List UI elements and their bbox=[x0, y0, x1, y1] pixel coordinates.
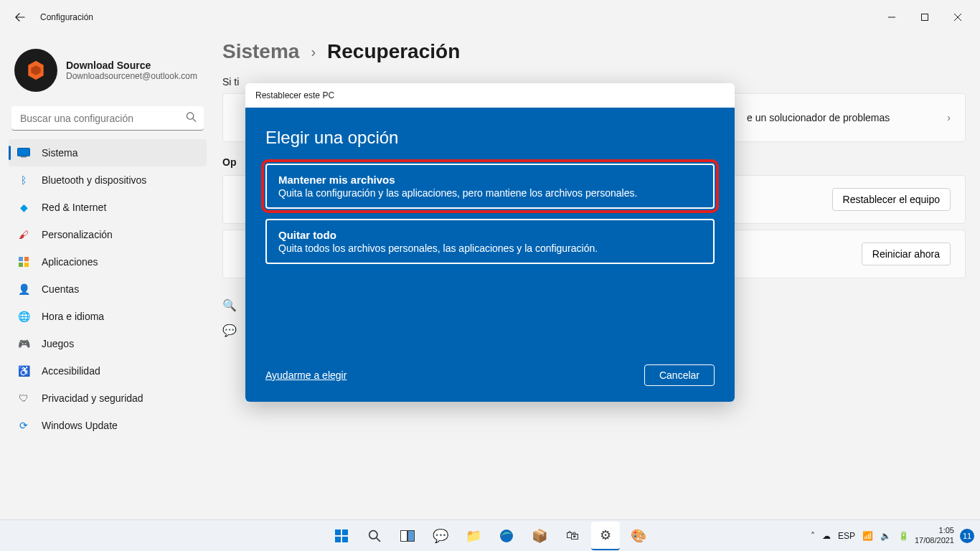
clock-date: 17/08/2021 bbox=[915, 536, 954, 545]
notification-badge[interactable]: 11 bbox=[960, 529, 974, 543]
wifi-icon[interactable]: 📶 bbox=[862, 531, 873, 541]
search-icon bbox=[186, 112, 197, 126]
windows-icon bbox=[334, 529, 349, 543]
option-keep-files[interactable]: Mantener mis archivos Quita la configura… bbox=[265, 164, 715, 209]
nav-label: Sistema bbox=[42, 147, 78, 159]
svg-rect-7 bbox=[21, 156, 27, 158]
svg-line-17 bbox=[377, 537, 380, 541]
nav-item-gaming[interactable]: 🎮Juegos bbox=[9, 330, 207, 357]
svg-rect-19 bbox=[408, 530, 415, 541]
svg-rect-1 bbox=[922, 14, 928, 21]
option-title: Mantener mis archivos bbox=[278, 174, 702, 186]
user-email: Downloadsourcenet@outlook.com bbox=[66, 71, 197, 81]
svg-rect-15 bbox=[342, 537, 348, 542]
titlebar: Configuración bbox=[0, 0, 980, 34]
svg-point-20 bbox=[500, 529, 513, 542]
explorer-button[interactable]: 📁 bbox=[459, 522, 488, 550]
svg-rect-6 bbox=[18, 149, 30, 156]
nav-label: Cuentas bbox=[42, 283, 79, 295]
user-block[interactable]: Download Source Downloadsourcenet@outloo… bbox=[9, 40, 207, 106]
nav-item-sistema[interactable]: Sistema bbox=[9, 139, 207, 166]
nav-label: Juegos bbox=[42, 338, 74, 349]
accessibility-icon: ♿ bbox=[17, 364, 30, 377]
breadcrumb-parent[interactable]: Sistema bbox=[222, 40, 299, 63]
close-icon bbox=[954, 14, 961, 21]
maximize-button[interactable] bbox=[908, 6, 941, 29]
language-indicator[interactable]: ESP bbox=[838, 531, 855, 541]
taskbar-right: ˄ ☁ ESP 📶 🔈 🔋 1:05 17/08/2021 11 bbox=[811, 526, 980, 545]
battery-icon[interactable]: 🔋 bbox=[898, 531, 909, 541]
back-button[interactable] bbox=[6, 3, 34, 32]
reset-dialog: Restablecer este PC Elegir una opción Ma… bbox=[245, 83, 735, 402]
person-icon: 👤 bbox=[17, 283, 30, 296]
svg-rect-9 bbox=[24, 257, 29, 261]
svg-rect-18 bbox=[401, 530, 407, 541]
nav-item-network[interactable]: ◆Red & Internet bbox=[9, 194, 207, 221]
nav-item-accessibility[interactable]: ♿Accesibilidad bbox=[9, 357, 207, 385]
user-name: Download Source bbox=[66, 60, 197, 71]
nav-label: Accesibilidad bbox=[42, 365, 100, 377]
search-input[interactable] bbox=[11, 106, 204, 131]
minimize-button[interactable] bbox=[875, 6, 908, 29]
start-button[interactable] bbox=[327, 522, 356, 550]
paint-button[interactable]: 🎨 bbox=[624, 522, 653, 550]
svg-line-5 bbox=[193, 118, 196, 121]
onedrive-icon[interactable]: ☁ bbox=[822, 531, 831, 541]
task-view-icon bbox=[400, 530, 415, 542]
dialog-footer: Ayudarme a elegir Cancelar bbox=[265, 364, 715, 386]
bluetooth-icon: ᛒ bbox=[17, 174, 30, 187]
svg-rect-8 bbox=[19, 257, 23, 261]
nav-label: Windows Update bbox=[42, 420, 118, 431]
taskbar-center: 💬 📁 📦 🛍 ⚙ 🎨 bbox=[327, 522, 653, 550]
search-button[interactable] bbox=[360, 522, 389, 550]
shield-icon: 🛡 bbox=[17, 392, 30, 405]
nav-item-personalization[interactable]: 🖌Personalización bbox=[9, 221, 207, 248]
nav-label: Red & Internet bbox=[42, 202, 106, 213]
dialog-heading: Elegir una opción bbox=[265, 128, 715, 148]
nav-item-accounts[interactable]: 👤Cuentas bbox=[9, 276, 207, 303]
close-button[interactable] bbox=[941, 6, 974, 29]
option-remove-all[interactable]: Quitar todo Quita todos los archivos per… bbox=[265, 219, 715, 264]
nav-item-update[interactable]: ⟳Windows Update bbox=[9, 412, 207, 439]
dialog-body: Elegir una opción Mantener mis archivos … bbox=[245, 108, 735, 402]
clock-time: 1:05 bbox=[915, 526, 954, 535]
breadcrumb-current: Recuperación bbox=[327, 40, 460, 63]
nav-item-time-language[interactable]: 🌐Hora e idioma bbox=[9, 303, 207, 330]
clock[interactable]: 1:05 17/08/2021 bbox=[915, 526, 954, 545]
taskbar: 💬 📁 📦 🛍 ⚙ 🎨 ˄ ☁ ESP 📶 🔈 🔋 1:05 17/08/202… bbox=[0, 519, 980, 551]
brush-icon: 🖌 bbox=[17, 228, 30, 241]
globe-icon: 🌐 bbox=[17, 310, 30, 323]
store-button[interactable]: 🛍 bbox=[558, 522, 587, 550]
edge-button[interactable] bbox=[492, 522, 521, 550]
svg-rect-11 bbox=[24, 263, 29, 267]
breadcrumb: Sistema › Recuperación bbox=[222, 40, 966, 63]
reset-pc-button[interactable]: Restablecer el equipo bbox=[832, 188, 951, 211]
avatar-logo-icon bbox=[24, 59, 47, 82]
display-icon bbox=[17, 146, 30, 159]
chevron-up-icon[interactable]: ˄ bbox=[811, 531, 815, 541]
nav-item-apps[interactable]: Aplicaciones bbox=[9, 248, 207, 276]
svg-point-4 bbox=[187, 113, 193, 119]
sidebar: Download Source Downloadsourcenet@outloo… bbox=[0, 34, 215, 445]
restart-now-button[interactable]: Reiniciar ahora bbox=[862, 242, 951, 265]
help-link[interactable]: Ayudarme a elegir bbox=[265, 369, 347, 381]
chat-button[interactable]: 💬 bbox=[426, 522, 455, 550]
nav-label: Aplicaciones bbox=[42, 256, 98, 268]
nav-label: Privacidad y seguridad bbox=[42, 392, 143, 404]
cancel-button[interactable]: Cancelar bbox=[644, 364, 715, 386]
maximize-icon bbox=[921, 14, 928, 21]
svg-point-16 bbox=[369, 530, 377, 538]
option-desc: Quita la configuración y las aplicacione… bbox=[278, 187, 702, 199]
volume-icon[interactable]: 🔈 bbox=[880, 531, 891, 541]
task-view-button[interactable] bbox=[393, 522, 422, 550]
wifi-icon: ◆ bbox=[17, 201, 30, 214]
search-icon bbox=[368, 529, 381, 542]
system-tray[interactable]: ˄ ☁ ESP 📶 🔈 🔋 bbox=[811, 531, 909, 541]
office-button[interactable]: 📦 bbox=[525, 522, 554, 550]
gamepad-icon: 🎮 bbox=[17, 337, 30, 350]
settings-taskbar-button[interactable]: ⚙ bbox=[591, 522, 620, 550]
svg-rect-10 bbox=[19, 263, 23, 267]
svg-rect-12 bbox=[335, 529, 341, 535]
nav-item-bluetooth[interactable]: ᛒBluetooth y dispositivos bbox=[9, 166, 207, 194]
nav-item-privacy[interactable]: 🛡Privacidad y seguridad bbox=[9, 385, 207, 412]
